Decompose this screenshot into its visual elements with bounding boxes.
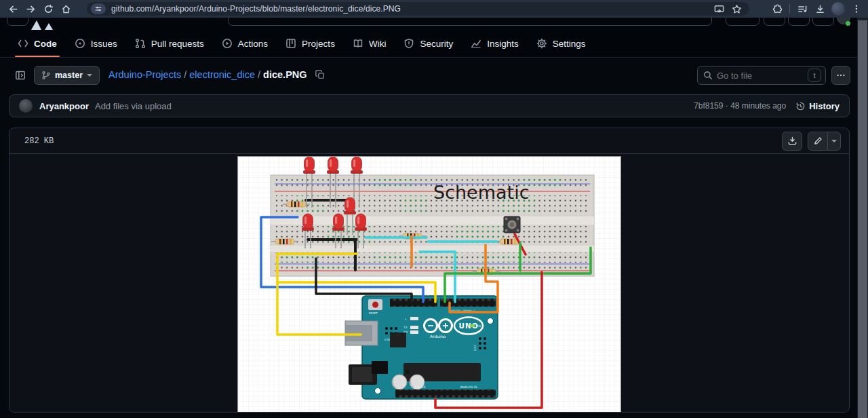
tab-code[interactable]: Code bbox=[12, 30, 62, 57]
actions-icon bbox=[222, 38, 233, 49]
cast-icon[interactable] bbox=[710, 1, 728, 16]
book-icon bbox=[353, 38, 363, 49]
branch-name: master bbox=[55, 71, 83, 80]
hamburger-button-partial[interactable] bbox=[7, 18, 28, 26]
breadcrumb-repo-link[interactable]: Arduino-Projects bbox=[108, 69, 181, 80]
screen: github.com/Aryankpoor/Arduino-Projects/b… bbox=[0, 0, 868, 418]
tab-label: Projects bbox=[302, 39, 335, 49]
commit-sha-time[interactable]: 7bf8159 · 48 minutes ago bbox=[694, 101, 786, 111]
search-icon bbox=[703, 71, 713, 80]
file-header-row: master Arduino-Projects / electronic_dic… bbox=[0, 64, 857, 86]
shield-icon bbox=[403, 38, 414, 49]
extensions-puzzle-icon[interactable] bbox=[768, 1, 786, 16]
header-button-partial[interactable] bbox=[764, 18, 785, 26]
power-label: POWER bbox=[414, 385, 426, 389]
copy-path-icon[interactable] bbox=[315, 70, 325, 81]
tab-insights[interactable]: Insights bbox=[465, 30, 524, 57]
tab-settings[interactable]: Settings bbox=[531, 30, 591, 57]
home-icon[interactable] bbox=[57, 1, 75, 16]
latest-commit-bar: Aryankpoor Add files via upload 7bf8159 … bbox=[9, 94, 850, 117]
svg-text:RESET: RESET bbox=[369, 311, 378, 315]
edit-dropdown-button[interactable] bbox=[827, 132, 840, 150]
tab-issues[interactable]: Issues bbox=[69, 30, 123, 57]
browser-profile-avatar[interactable] bbox=[831, 2, 845, 16]
breadcrumb: Arduino-Projects / electronic_dice / dic… bbox=[108, 69, 325, 81]
pushbutton bbox=[504, 216, 520, 233]
file-tree-toggle-icon[interactable] bbox=[11, 66, 30, 85]
octocat-logo-partial bbox=[30, 19, 57, 30]
schematic-title: Schematic bbox=[433, 182, 530, 203]
dice-png-image: Schematic bbox=[237, 156, 621, 413]
scrollbar-thumb[interactable] bbox=[858, 20, 867, 418]
branch-selector[interactable]: master bbox=[34, 66, 100, 85]
tx-label: TX bbox=[403, 326, 408, 329]
tab-security[interactable]: Security bbox=[398, 30, 458, 57]
reload-icon[interactable] bbox=[39, 1, 57, 16]
branch-icon bbox=[41, 71, 51, 80]
url-text[interactable]: github.com/Aryankpoor/Arduino-Projects/b… bbox=[111, 4, 401, 14]
commit-message[interactable]: Add files via upload bbox=[95, 101, 172, 111]
tab-label: Wiki bbox=[369, 39, 387, 49]
tab-label: Issues bbox=[91, 39, 117, 49]
history-link[interactable]: History bbox=[795, 101, 840, 111]
more-options-button[interactable] bbox=[831, 66, 850, 85]
chevron-down-icon bbox=[87, 74, 92, 77]
back-icon[interactable] bbox=[4, 1, 22, 16]
downloads-icon[interactable] bbox=[811, 1, 829, 16]
tab-projects[interactable]: Projects bbox=[280, 30, 340, 57]
address-bar[interactable]: github.com/Aryankpoor/Arduino-Projects/b… bbox=[87, 2, 749, 16]
forward-icon[interactable] bbox=[22, 1, 39, 16]
pencil-icon bbox=[813, 136, 823, 146]
tab-label: Settings bbox=[553, 39, 586, 49]
go-to-file-input[interactable] bbox=[717, 71, 808, 81]
gear-icon bbox=[536, 38, 547, 49]
github-header-partial bbox=[0, 18, 857, 30]
toolbar-divider bbox=[789, 4, 790, 14]
tab-pull-requests[interactable]: Pull requests bbox=[130, 30, 210, 57]
edit-button-group bbox=[808, 132, 841, 151]
breadcrumb-dir-link[interactable]: electronic_dice bbox=[189, 69, 255, 80]
header-button-partial[interactable] bbox=[788, 18, 810, 26]
file-view-box: 282 KB bbox=[9, 128, 850, 413]
graph-icon bbox=[471, 38, 481, 49]
tab-wiki[interactable]: Wiki bbox=[347, 30, 392, 57]
browser-menu-icon[interactable] bbox=[848, 1, 865, 16]
usb-chip bbox=[390, 332, 406, 347]
history-label: History bbox=[809, 101, 840, 111]
arduino-brand-label: Arduino bbox=[430, 334, 446, 339]
download-raw-button[interactable] bbox=[782, 132, 802, 151]
commit-author-avatar[interactable] bbox=[19, 99, 33, 113]
edit-file-button[interactable] bbox=[808, 132, 827, 150]
page-scrollbar[interactable] bbox=[857, 18, 868, 418]
tab-label: Code bbox=[34, 39, 57, 49]
bookmark-star-icon[interactable] bbox=[728, 1, 745, 16]
analog-label: ANALOG IN bbox=[460, 385, 477, 389]
commit-author[interactable]: Aryankpoor bbox=[39, 101, 89, 111]
mounting-hole bbox=[375, 388, 381, 394]
header-button-partial[interactable] bbox=[812, 18, 834, 26]
pull-request-icon bbox=[135, 38, 146, 49]
issue-icon bbox=[75, 38, 85, 49]
file-size: 282 KB bbox=[24, 136, 54, 146]
repo-nav: Code Issues Pull requests Actions Projec… bbox=[0, 30, 857, 58]
breadboard bbox=[271, 175, 594, 276]
tab-label: Actions bbox=[238, 39, 268, 49]
on-led bbox=[470, 324, 475, 327]
file-content-area: Schematic bbox=[9, 155, 849, 412]
tab-label: Security bbox=[420, 39, 453, 49]
go-to-file-box[interactable]: t bbox=[697, 66, 826, 85]
global-search-partial[interactable] bbox=[228, 18, 712, 26]
kebab-icon bbox=[836, 71, 846, 80]
chevron-down-icon bbox=[831, 140, 837, 142]
header-button-partial[interactable] bbox=[726, 18, 760, 26]
voltage-regulator bbox=[372, 361, 388, 374]
shortcut-key-badge: t bbox=[808, 69, 821, 82]
schematic-svg: Schematic bbox=[238, 157, 620, 413]
tab-organizer-icon[interactable] bbox=[793, 1, 811, 16]
status-dot bbox=[846, 21, 850, 26]
breadcrumb-file-name: dice.PNG bbox=[263, 69, 307, 80]
site-info-icon[interactable] bbox=[91, 3, 106, 14]
tab-actions[interactable]: Actions bbox=[216, 30, 273, 57]
breadcrumb-separator: / bbox=[184, 69, 186, 80]
capacitor bbox=[392, 375, 407, 390]
